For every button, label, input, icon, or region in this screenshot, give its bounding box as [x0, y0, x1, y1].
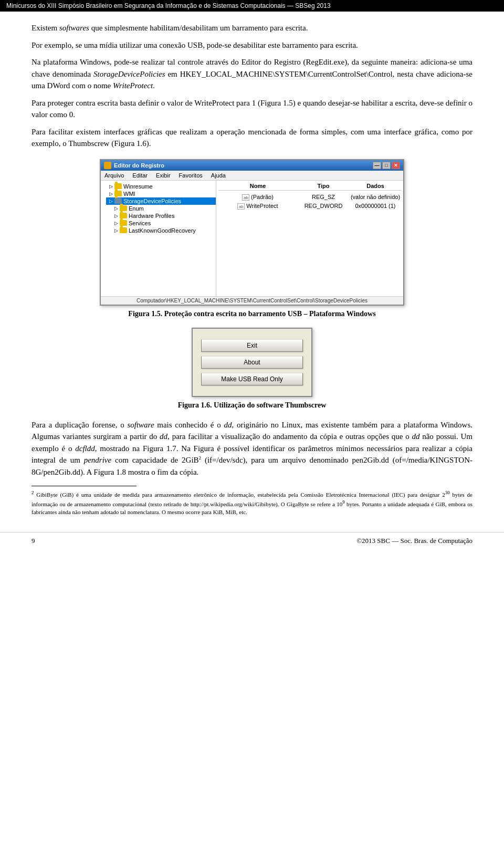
regedit-body: ▷ Winresume ▷ WMI ▷ StorageDevicePolicie… [101, 181, 403, 296]
tree-label: StorageDevicePolicies [123, 198, 181, 204]
footnote-separator [32, 486, 136, 486]
regedit-right-panel: Nome Tipo Dados ab(Padrão) REG_SZ (valor… [216, 181, 403, 296]
statusbar-text: Computador\HKEY_LOCAL_MACHINE\SYSTEM\Cur… [136, 298, 368, 304]
regedit-window: Editor do Registro — □ ✕ Arquivo Editar … [100, 159, 404, 306]
folder-icon [114, 198, 122, 204]
folder-icon [114, 191, 122, 196]
row-data: (valor não definido) [350, 194, 401, 200]
tree-arrow-icon: ▷ [113, 213, 119, 218]
folder-icon [120, 213, 127, 218]
regedit-panel-header: Nome Tipo Dados [218, 183, 401, 191]
col-data: Dados [350, 183, 401, 189]
paragraph-5: Para facilitar existem interfaces gráfic… [32, 126, 472, 150]
regedit-app-icon [104, 162, 111, 169]
tree-item-wmi[interactable]: ▷ WMI [106, 190, 216, 197]
folder-icon [120, 220, 127, 226]
tree-arrow-icon: ▷ [113, 206, 119, 211]
col-name: Nome [218, 183, 297, 189]
menu-editar[interactable]: Editar [131, 172, 149, 179]
regedit-title-text: Editor do Registro [114, 162, 164, 169]
figure-1-5: Editor do Registro — □ ✕ Arquivo Editar … [32, 159, 472, 318]
exit-button[interactable]: Exit [201, 339, 303, 352]
tree-item-lastknown[interactable]: ▷ LastKnownGoodRecovery [111, 227, 216, 234]
row-type: REG_SZ [297, 194, 350, 200]
footnote: 2 GibiByte (GiB) é uma unidade de medida… [32, 489, 472, 516]
thumbscrew-body: Exit About Make USB Read Only [193, 329, 311, 396]
menu-ajuda[interactable]: Ajuda [209, 172, 227, 179]
folder-icon [120, 227, 127, 233]
tree-label: Winresume [123, 183, 153, 190]
minimize-button[interactable]: — [373, 162, 381, 169]
regedit-window-controls: — □ ✕ [373, 162, 400, 169]
footnote-number: 2 [32, 490, 34, 495]
regedit-tree: ▷ Winresume ▷ WMI ▷ StorageDevicePolicie… [101, 181, 216, 296]
tree-label: Hardware Profiles [129, 213, 174, 219]
folder-icon [114, 183, 122, 189]
page-content: Existem softwares que simplesmente habil… [0, 12, 504, 527]
page-number: 9 [32, 537, 35, 545]
regedit-title-left: Editor do Registro [104, 162, 164, 169]
regedit-menubar: Arquivo Editar Exibir Favoritos Ajuda [101, 171, 403, 181]
paragraph-4: Para proteger contra escrita basta defin… [32, 97, 472, 121]
tree-item-winresume[interactable]: ▷ Winresume [106, 183, 216, 190]
figure-1-6-caption: Figura 1.6. Utilização do software Thumb… [32, 401, 472, 410]
paragraph-3: Na plataforma Windows, pode-se realizar … [32, 56, 472, 92]
menu-exibir[interactable]: Exibir [154, 172, 172, 179]
regedit-row-writeprotect: abWriteProtect REG_DWORD 0x00000001 (1) [218, 202, 401, 211]
row-name: ab(Padrão) [218, 194, 297, 201]
page-header: Minicursos do XIII Simpósio Brasileiro e… [0, 0, 504, 12]
paragraph-6: Para a duplicação forense, o software ma… [32, 419, 472, 478]
figure-1-6: Exit About Make USB Read Only Figura 1.6… [32, 328, 472, 410]
tree-label: Enum [129, 205, 144, 212]
tree-arrow-icon: ▷ [113, 228, 119, 233]
page-footer: 9 ©2013 SBC — Soc. Bras. de Computação [0, 532, 504, 549]
maximize-button[interactable]: □ [382, 162, 391, 169]
header-text: Minicursos do XIII Simpósio Brasileiro e… [6, 2, 331, 9]
regedit-row-padrao: ab(Padrão) REG_SZ (valor não definido) [218, 193, 401, 202]
figure-1-5-caption: Figura 1.5. Proteção contra escrita no b… [32, 310, 472, 318]
copyright-text: ©2013 SBC — Soc. Bras. de Computação [356, 537, 472, 545]
row-data: 0x00000001 (1) [350, 203, 401, 209]
row-name: abWriteProtect [218, 203, 297, 210]
folder-icon [120, 205, 127, 211]
tree-item-enum[interactable]: ▷ Enum [111, 205, 216, 212]
thumbscrew-window: Exit About Make USB Read Only [192, 328, 312, 397]
close-button[interactable]: ✕ [392, 162, 400, 169]
regedit-titlebar: Editor do Registro — □ ✕ [101, 160, 403, 171]
tree-arrow-icon: ▷ [113, 221, 119, 226]
about-button[interactable]: About [201, 356, 303, 369]
tree-label: WMI [123, 191, 135, 197]
menu-favoritos[interactable]: Favoritos [177, 172, 204, 179]
tree-item-services[interactable]: ▷ Services [111, 220, 216, 227]
row-type: REG_DWORD [297, 203, 350, 209]
tree-arrow-icon: ▷ [108, 191, 113, 196]
regedit-statusbar: Computador\HKEY_LOCAL_MACHINE\SYSTEM\Cur… [101, 296, 403, 305]
tree-label: LastKnownGoodRecovery [129, 227, 196, 234]
paragraph-1: Existem softwares que simplesmente habil… [32, 22, 472, 34]
tree-arrow-icon: ▷ [108, 198, 113, 204]
tree-label: Services [129, 220, 151, 226]
tree-item-hw-profiles[interactable]: ▷ Hardware Profiles [111, 212, 216, 220]
make-usb-readonly-button[interactable]: Make USB Read Only [201, 373, 303, 385]
menu-arquivo[interactable]: Arquivo [103, 172, 125, 179]
col-type: Tipo [297, 183, 350, 189]
paragraph-2: Por exemplo, se uma mídia utilizar uma c… [32, 39, 472, 51]
tree-arrow-icon: ▷ [108, 184, 113, 189]
